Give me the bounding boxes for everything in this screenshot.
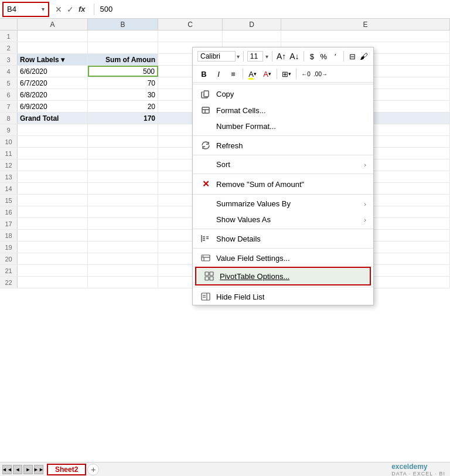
bold-button[interactable]: B <box>197 67 210 80</box>
cell-a4[interactable]: 6/6/2020 <box>18 66 88 77</box>
divider <box>296 69 296 79</box>
font-size-chevron[interactable]: ▾ <box>265 53 268 60</box>
cell-a7[interactable]: 6/9/2020 <box>18 101 88 112</box>
show-details-label: Show Details <box>216 234 366 243</box>
cell-a3[interactable]: Row Labels ▾ <box>18 54 88 65</box>
check-icon[interactable]: ✓ <box>66 5 75 14</box>
divider <box>277 69 277 79</box>
percent-icon[interactable]: % <box>319 50 328 63</box>
col-header-b[interactable]: B <box>88 19 158 30</box>
cell-b7[interactable]: 20 <box>88 101 158 112</box>
menu-item-copy[interactable]: Copy <box>193 86 373 102</box>
name-box-value: B4 <box>7 5 16 13</box>
cell-b5[interactable]: 70 <box>88 77 158 89</box>
cell-b1[interactable] <box>88 30 158 42</box>
row-num: 2 <box>0 42 18 53</box>
menu-item-value-field-settings[interactable]: Value Field Settings... <box>193 250 373 266</box>
paint-icon[interactable]: 🖌 <box>359 50 369 63</box>
menu-item-sort[interactable]: Sort › <box>193 157 373 172</box>
font-color-button[interactable]: A▾ <box>261 67 274 80</box>
tab-nav-next[interactable]: ► <box>23 465 33 474</box>
row-num: 4 <box>0 66 18 77</box>
pivottable-options-label: PivotTable Options... <box>220 272 363 281</box>
menu-item-show-details[interactable]: Show Details <box>193 230 373 247</box>
cell-a1[interactable] <box>18 30 88 42</box>
highlight-color-button[interactable]: A▾ <box>246 67 259 80</box>
divider <box>272 51 272 62</box>
name-box[interactable]: B4 ▾ <box>2 2 49 17</box>
summarize-arrow: › <box>364 200 366 208</box>
sheet-tab-sheet2[interactable]: Sheet2 <box>47 464 86 475</box>
comma-icon[interactable]: ′ <box>330 50 340 63</box>
separator <box>193 194 373 195</box>
increase-font-icon[interactable]: A↑ <box>276 50 287 63</box>
increase-decimal-button[interactable]: ←0 <box>299 67 312 80</box>
tab-bar: ◄◄ ◄ ► ►► Sheet2 + exceldemy DATA · EXCE… <box>0 462 450 476</box>
formula-input[interactable]: 500 <box>98 5 448 13</box>
menu-item-pivottable-options[interactable]: PivotTable Options... <box>195 267 371 285</box>
tab-nav-first[interactable]: ◄◄ <box>2 465 12 474</box>
col-header-d[interactable]: D <box>223 19 281 30</box>
show-values-arrow: › <box>364 216 366 223</box>
separator <box>193 155 373 155</box>
row-corner <box>0 19 18 30</box>
menu-item-refresh[interactable]: Refresh <box>193 137 373 154</box>
cell-b3[interactable]: Sum of Amoun <box>88 54 158 65</box>
cell-a8[interactable]: Grand Total <box>18 113 88 124</box>
table-row: 1 <box>0 30 450 42</box>
pivottable-icon <box>203 271 215 281</box>
menu-item-hide-field-list[interactable]: Hide Field List <box>193 288 373 305</box>
separator <box>193 84 373 84</box>
borders-button[interactable]: ⊞▾ <box>280 67 293 80</box>
divider <box>243 51 244 62</box>
col-header-e[interactable]: E <box>281 19 450 30</box>
format-cells-icon <box>200 106 212 115</box>
svg-rect-18 <box>202 293 210 300</box>
align-button[interactable]: ≡ <box>227 67 240 80</box>
show-values-label: Show Values As <box>216 215 359 224</box>
row-num: 5 <box>0 77 18 89</box>
cell-a2[interactable] <box>18 42 88 53</box>
tab-nav-last[interactable]: ►► <box>34 465 43 474</box>
cell-a6[interactable]: 6/8/2020 <box>18 89 88 100</box>
col-header-c[interactable]: C <box>158 19 223 30</box>
col-header-a[interactable]: A <box>18 19 88 30</box>
cell-b2[interactable] <box>88 42 158 53</box>
row-num: 1 <box>0 30 18 42</box>
svg-rect-0 <box>204 91 209 97</box>
decrease-font-icon[interactable]: A↓ <box>289 50 299 63</box>
divider <box>243 69 243 79</box>
cell-b8[interactable]: 170 <box>88 113 158 124</box>
cell-a5[interactable]: 6/7/2020 <box>18 77 88 89</box>
name-box-chevron[interactable]: ▾ <box>42 6 45 12</box>
fx-label: fx <box>77 5 87 13</box>
menu-item-remove[interactable]: ✕ Remove "Sum of Amount" <box>193 175 373 193</box>
remove-label: Remove "Sum of Amount" <box>216 180 366 189</box>
dollar-icon[interactable]: $ <box>307 50 316 63</box>
cross-icon[interactable]: ✕ <box>54 5 63 14</box>
italic-button[interactable]: I <box>212 67 225 80</box>
merge-icon[interactable]: ⊟ <box>347 50 357 63</box>
decrease-decimal-button[interactable]: .00→ <box>314 67 327 80</box>
font-name-chevron[interactable]: ▾ <box>237 53 240 60</box>
cell-c1[interactable] <box>158 30 223 42</box>
menu-item-number-format[interactable]: Number Format... <box>193 118 373 134</box>
tab-nav-prev[interactable]: ◄ <box>13 465 22 474</box>
add-sheet-button[interactable]: + <box>87 464 99 475</box>
row-num: 8 <box>0 113 18 124</box>
menu-item-format-cells[interactable]: Format Cells... <box>193 102 373 118</box>
value-field-label: Value Field Settings... <box>216 254 366 263</box>
svg-rect-13 <box>202 255 204 257</box>
font-name-display[interactable]: Calibri <box>197 51 236 62</box>
separator <box>193 174 373 174</box>
cell-b6[interactable]: 30 <box>88 89 158 100</box>
cell-e1[interactable] <box>281 30 450 42</box>
cell-b4[interactable]: 500 <box>88 66 158 77</box>
cell-d1[interactable] <box>223 30 281 42</box>
menu-item-show-values-as[interactable]: Show Values As › <box>193 212 373 227</box>
font-size-display[interactable]: 11 <box>247 51 264 62</box>
number-format-label: Number Format... <box>216 122 366 131</box>
formula-icons: ✕ ✓ fx <box>50 5 90 14</box>
menu-item-summarize[interactable]: Summarize Values By › <box>193 196 373 212</box>
refresh-label: Refresh <box>216 141 366 150</box>
